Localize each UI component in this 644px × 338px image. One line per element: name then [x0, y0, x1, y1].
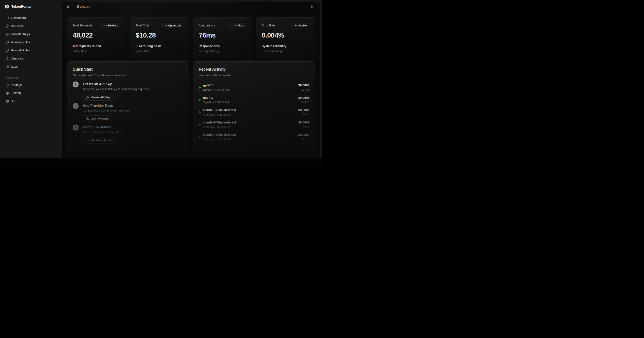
activity-row[interactable]: claude-3-5-haiku-latest Anthropic • 8:56…	[199, 118, 310, 131]
theme-toggle-button[interactable]	[309, 4, 315, 10]
activity-model: gpt-4.1	[203, 96, 298, 100]
step-number: 1	[72, 81, 78, 87]
sidebar-item-api-keys[interactable]: API Keys	[4, 23, 58, 29]
stat-description: LLM routing costs	[136, 44, 183, 48]
activity-row[interactable]: claude-3-5-haiku-latest Anthropic • 8:58…	[199, 106, 310, 118]
activity-meta: Anthropic • 8:53:50 AM	[203, 137, 298, 141]
gear-icon	[86, 117, 89, 120]
chart-column-icon	[6, 57, 9, 60]
sidebar-item-label: API Keys	[11, 24, 24, 28]
tokenrouter-logo-icon	[5, 4, 9, 9]
sidebar-nav: Dashboard API Keys Provider Keys Routing…	[4, 15, 58, 70]
add-providers-button[interactable]: Add Providers	[83, 115, 112, 122]
activity-row[interactable]: gpt-4.1 OpenAI • 8:59:55 AM $0.0006 886m…	[199, 94, 310, 106]
step-description: Connect your LLM provider API keys	[83, 109, 130, 113]
brand[interactable]: TokenRouter	[4, 0, 58, 9]
activity-latency: 107ms	[298, 88, 310, 92]
step-description: Set up intelligent routing rules	[83, 130, 121, 134]
badge-label: Optimized	[168, 24, 180, 27]
activity-time: 8:53:50 AM	[217, 138, 231, 141]
button-label: Add Providers	[91, 117, 108, 120]
sidebar-toggle-button[interactable]	[66, 4, 72, 10]
stat-period: Last 7 days	[72, 50, 120, 53]
stat-period: Error percentage	[262, 50, 310, 53]
sidebar-item-label: Node.js	[12, 83, 22, 87]
activity-latency: 886ms	[298, 100, 310, 104]
trend-badge: Fast	[231, 23, 246, 28]
documents-section-label: Documents	[6, 76, 58, 79]
status-dot	[199, 136, 200, 138]
status-dot	[199, 87, 200, 88]
stat-label: Avg Latency	[199, 24, 215, 27]
sidebar-item-analytics[interactable]: Analytics	[4, 55, 58, 62]
sidebar-item-logs[interactable]: Logs	[4, 63, 58, 70]
sidebar-item-label: Analytics	[11, 57, 23, 60]
git-branch-icon	[86, 139, 89, 142]
trending-down-icon	[104, 24, 107, 27]
sidebar-item-routing-rules[interactable]: Routing Rules	[4, 39, 58, 45]
stat-description: API requests routed	[72, 44, 120, 48]
stat-period: Average latency	[199, 50, 246, 53]
api-icon	[6, 99, 9, 103]
sidebar-item-firewall-rules[interactable]: Firewall Rules	[4, 47, 58, 54]
badge-label: No data	[108, 24, 118, 27]
screen: TokenRouter Dashboard API Keys Provider …	[0, 0, 322, 169]
sidebar-item-provider-keys[interactable]: Provider Keys	[4, 31, 58, 37]
badge-label: Stable	[299, 24, 307, 27]
activity-cost: $0.0006	[298, 83, 310, 87]
activity-model: claude-3-5-haiku-latest	[203, 120, 298, 124]
sidebar-item-label: Routing Rules	[11, 41, 30, 44]
activity-provider: Anthropic	[203, 125, 215, 129]
activity-time: 8:59:55 AM	[215, 101, 229, 104]
create-api-key-button[interactable]: Create API Key	[83, 94, 114, 101]
sidebar-item-dashboard[interactable]: Dashboard	[4, 15, 58, 21]
quick-start-subtitle: Get started with TokenRouter in minutes	[72, 74, 183, 77]
svg-text:JS: JS	[6, 84, 8, 86]
activity-meta: Anthropic • 8:58:58 AM	[203, 113, 298, 117]
activity-latency: 116ms	[298, 137, 310, 141]
activity-list: gpt-4.1 OpenAI • 9:25:31 AM $0.0006 107m…	[199, 81, 310, 143]
stat-value: 48,022	[72, 31, 120, 39]
configure-routing-button[interactable]: Configure Routing	[83, 137, 117, 144]
nodejs-icon: JS	[6, 83, 9, 87]
step-description: Generate your first API key to start mak…	[83, 87, 149, 91]
activity-row[interactable]: claude-3-5-haiku-latest Anthropic • 8:53…	[199, 131, 310, 143]
step-title: Add Provider Keys	[83, 103, 130, 108]
activity-meta: OpenAI • 9:25:31 AM	[203, 88, 298, 92]
step-add-provider-keys: 2 Add Provider Keys Connect your LLM pro…	[72, 103, 183, 122]
sidebar-item-label: Dashboard	[11, 16, 26, 20]
step-title: Configure Routing	[83, 125, 121, 129]
meta-separator: •	[213, 101, 214, 104]
trending-up-icon	[164, 24, 167, 27]
sidebar-item-label: Python	[12, 91, 21, 95]
bottom-grid: Quick Start Get started with TokenRouter…	[67, 61, 315, 152]
gauge-icon	[6, 16, 9, 20]
key-icon	[6, 24, 9, 28]
stat-card-total-requests: Total Requests No data 48,022 API reques…	[67, 18, 126, 58]
stats-grid: Total Requests No data 48,022 API reques…	[67, 18, 315, 58]
stat-value: $10.28	[136, 31, 183, 39]
step-number: 3	[72, 124, 78, 130]
activity-model: claude-3-5-haiku-latest	[203, 133, 298, 137]
button-label: Configure Routing	[91, 139, 114, 142]
meta-separator: •	[216, 125, 216, 129]
stat-card-error-rate: Error Rate Stable 0.004% System reliabil…	[256, 18, 315, 58]
activity-latency: 59ms	[298, 113, 310, 117]
activity-provider: Anthropic	[203, 113, 215, 116]
sidebar-item-label: API	[12, 99, 16, 103]
panel-left-icon	[67, 5, 70, 9]
sidebar-item-label: Logs	[11, 65, 18, 68]
sidebar-item-api-docs[interactable]: API	[4, 98, 58, 104]
stat-label: Error Rate	[262, 24, 276, 27]
activity-provider: Anthropic	[203, 138, 215, 141]
sidebar-item-python-docs[interactable]: Python	[4, 90, 58, 96]
trend-badge: Stable	[292, 23, 310, 28]
sidebar-item-nodejs-docs[interactable]: JS Node.js	[4, 82, 58, 88]
sidebar-item-label: Firewall Rules	[11, 49, 30, 52]
activity-row[interactable]: gpt-4.1 OpenAI • 9:25:31 AM $0.0006 107m…	[199, 81, 310, 94]
trending-down-icon	[295, 24, 298, 27]
button-label: Create API Key	[91, 96, 110, 99]
stat-period: Last 7 days	[136, 50, 183, 53]
page-title: Console	[77, 5, 90, 9]
key-round-icon	[86, 96, 89, 99]
